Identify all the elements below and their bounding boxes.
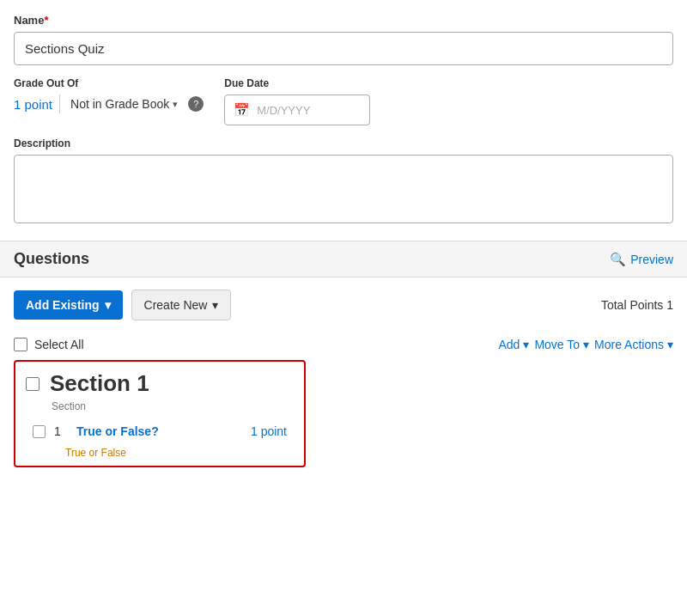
question-title[interactable]: True or False? — [76, 424, 159, 438]
more-actions-button[interactable]: More Actions ▾ — [594, 338, 673, 351]
preview-button[interactable]: 🔍 Preview — [610, 252, 673, 267]
name-label: Name* — [14, 14, 673, 27]
total-points: Total Points 1 — [601, 298, 673, 312]
date-input-wrapper[interactable]: 📅 M/D/YYYY — [224, 95, 370, 125]
grade-book-dropdown[interactable]: Not in Grade Book ▾ — [67, 95, 181, 113]
add-action-button[interactable]: Add ▾ — [498, 338, 529, 351]
question-type-label: True or False — [15, 447, 304, 466]
select-actions-row: Select All Add ▾ Move To ▾ More Actions … — [0, 332, 687, 360]
section-title: Section 1 — [50, 370, 149, 397]
grade-out-of-label: Grade Out Of — [14, 77, 204, 89]
add-label: Add — [498, 338, 520, 351]
description-textarea[interactable] — [14, 155, 673, 223]
due-date-label: Due Date — [224, 77, 370, 89]
toolbar-row: Add Existing ▾ Create New ▾ Total Points… — [0, 278, 687, 332]
move-to-label: Move To — [534, 338, 580, 351]
add-existing-label: Add Existing — [26, 298, 100, 312]
section-checkbox[interactable] — [26, 377, 40, 391]
description-label: Description — [14, 137, 673, 149]
create-new-button[interactable]: Create New ▾ — [131, 290, 232, 320]
grade-book-label: Not in Grade Book — [70, 97, 169, 111]
add-existing-chevron-icon: ▾ — [105, 298, 111, 312]
question-number: 1 — [54, 424, 68, 438]
calendar-icon: 📅 — [234, 102, 250, 118]
move-to-button[interactable]: Move To ▾ — [534, 338, 589, 351]
preview-icon: 🔍 — [610, 252, 626, 267]
questions-header: Questions 🔍 Preview — [0, 241, 687, 278]
question-row: 1 True or False? 1 point — [15, 419, 304, 447]
grade-points: 1 point — [14, 97, 52, 112]
question-checkbox[interactable] — [33, 425, 46, 438]
actions-right: Add ▾ Move To ▾ More Actions ▾ — [498, 338, 673, 351]
add-chevron-icon: ▾ — [523, 338, 529, 351]
toolbar-left: Add Existing ▾ Create New ▾ — [14, 290, 231, 320]
vertical-divider — [59, 95, 60, 113]
questions-title: Questions — [14, 250, 89, 268]
more-actions-label: More Actions — [594, 338, 664, 351]
section-card: Section 1 Section 1 True or False? 1 poi… — [14, 360, 306, 467]
section-header: Section 1 — [15, 362, 304, 400]
select-all-wrapper: Select All — [14, 338, 84, 351]
chevron-down-icon: ▾ — [173, 99, 178, 110]
create-new-chevron-icon: ▾ — [212, 298, 218, 312]
question-points: 1 point — [251, 424, 294, 438]
name-input[interactable] — [14, 32, 673, 65]
date-placeholder: M/D/YYYY — [257, 104, 310, 117]
select-all-checkbox[interactable] — [14, 338, 27, 351]
content-area: Section 1 Section 1 True or False? 1 poi… — [0, 360, 687, 481]
select-all-label: Select All — [34, 338, 84, 351]
help-icon[interactable]: ? — [188, 96, 204, 112]
create-new-label: Create New — [144, 298, 208, 312]
move-to-chevron-icon: ▾ — [583, 338, 589, 351]
add-existing-button[interactable]: Add Existing ▾ — [14, 290, 123, 320]
more-actions-chevron-icon: ▾ — [667, 338, 673, 351]
preview-label: Preview — [630, 253, 673, 266]
section-type-label: Section — [15, 400, 304, 419]
